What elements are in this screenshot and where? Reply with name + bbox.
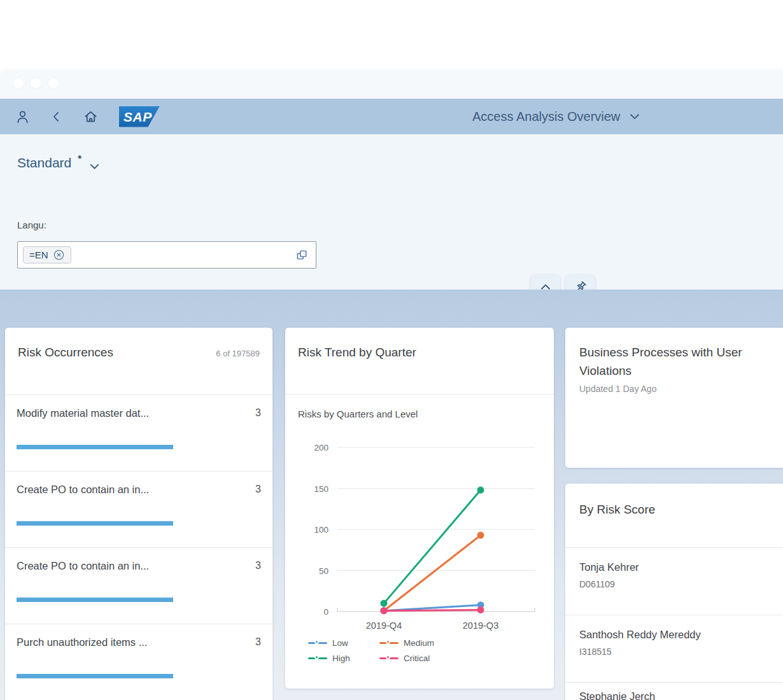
- legend-label: High: [332, 654, 350, 663]
- user-name: Santhosh Reddy Mereddy: [579, 629, 780, 641]
- window-titlebar: [0, 70, 783, 99]
- svg-text:200: 200: [314, 443, 328, 452]
- risk-label: Purch unauthorized items ...: [17, 636, 147, 648]
- list-item[interactable]: Tonja Kehrer D061109: [565, 547, 783, 615]
- legend-item[interactable]: Medium: [379, 638, 434, 648]
- legend-marker-icon: [379, 655, 399, 661]
- card-title: By Risk Score: [579, 500, 655, 519]
- variant-modified-marker: *: [78, 153, 81, 164]
- legend-marker-icon: [308, 640, 327, 646]
- legend-item[interactable]: High: [308, 654, 369, 663]
- risk-value: 3: [255, 560, 261, 571]
- card-count: 6 of 197589: [216, 349, 260, 358]
- legend-label: Medium: [404, 638, 434, 648]
- legend-label: Critical: [404, 654, 430, 663]
- risk-bar: [17, 445, 173, 449]
- user-profile-button[interactable]: [11, 105, 34, 128]
- user-name: Stephanie Jerch: [579, 690, 780, 700]
- home-icon: [83, 109, 98, 124]
- svg-text:0: 0: [323, 607, 328, 617]
- language-filter-label: Langu:: [17, 220, 46, 230]
- legend-item[interactable]: Low: [308, 638, 369, 648]
- window-maximize-dot[interactable]: [48, 78, 59, 88]
- card-title: Risk Trend by Quarter: [298, 343, 416, 361]
- window-close-dot[interactable]: [13, 78, 24, 88]
- chevron-down-icon: [628, 109, 642, 123]
- filter-token-text: =EN: [29, 249, 48, 260]
- list-item[interactable]: Stephanie Jerch: [565, 682, 783, 700]
- card-risk-occurrences: Risk Occurrences 6 of 197589 Modify mate…: [5, 328, 272, 700]
- card-business-processes[interactable]: Business Processes with User Violations …: [565, 328, 783, 468]
- sap-logo[interactable]: SAP: [119, 106, 160, 127]
- filter-token[interactable]: =EN: [23, 246, 71, 263]
- card-updated-label: Updated 1 Day Ago: [565, 380, 783, 394]
- remove-token-icon[interactable]: [53, 249, 65, 261]
- risk-value: 3: [255, 407, 261, 419]
- user-name: Tonja Kehrer: [579, 561, 780, 573]
- back-button[interactable]: [45, 105, 67, 128]
- chart-legend: LowMediumHighCritical: [308, 638, 434, 663]
- risk-label: Create PO to contain an in...: [17, 484, 149, 496]
- home-button[interactable]: [79, 105, 102, 128]
- risk-trend-header[interactable]: Risk Trend by Quarter: [285, 328, 554, 395]
- svg-text:50: 50: [319, 566, 328, 576]
- risk-value: 3: [255, 636, 261, 648]
- legend-marker-icon: [308, 655, 327, 661]
- window-controls: [13, 78, 59, 88]
- risk-value: 3: [255, 484, 261, 495]
- list-item[interactable]: Santhosh Reddy Mereddy I318515: [565, 615, 783, 682]
- risk-bar: [17, 674, 173, 678]
- shell-header: SAP Access Analysis Overview: [0, 99, 783, 134]
- user-id: D061109: [579, 579, 780, 589]
- svg-text:2019-Q3: 2019-Q3: [463, 620, 498, 631]
- sap-logo-text: SAP: [119, 110, 152, 123]
- card-title: Risk Occurrences: [18, 343, 113, 361]
- chart-title: Risks by Quarters and Level: [285, 395, 554, 419]
- window-minimize-dot[interactable]: [31, 78, 41, 88]
- svg-text:150: 150: [314, 484, 328, 494]
- list-item[interactable]: Purch unauthorized items ... 3: [5, 624, 272, 700]
- risk-label: Modify material master dat...: [17, 407, 149, 419]
- by-risk-score-header[interactable]: By Risk Score: [565, 484, 783, 547]
- card-by-risk-score: By Risk Score Tonja Kehrer D061109 Santh…: [565, 484, 783, 700]
- value-help-icon: [295, 249, 308, 262]
- filter-bar: Standard* Langu: =EN: [0, 134, 783, 290]
- person-icon: [15, 109, 30, 124]
- risk-bar: [17, 521, 173, 526]
- language-filter-input[interactable]: =EN: [17, 241, 316, 269]
- app-title: Access Analysis Overview: [472, 109, 620, 124]
- app-title-menu[interactable]: Access Analysis Overview: [472, 99, 642, 134]
- risk-label: Create PO to contain an in...: [17, 560, 149, 572]
- list-item[interactable]: Modify material master dat... 3: [5, 395, 272, 471]
- svg-text:100: 100: [314, 525, 328, 535]
- svg-text:2019-Q4: 2019-Q4: [366, 620, 402, 631]
- line-chart: 2001501005002019-Q42019-Q3: [285, 435, 554, 633]
- risk-bar: [17, 598, 173, 602]
- list-item[interactable]: Create PO to contain an in... 3: [5, 547, 272, 624]
- legend-label: Low: [332, 638, 348, 648]
- card-title: Business Processes with User Violations: [565, 328, 756, 380]
- legend-item[interactable]: Critical: [379, 654, 434, 663]
- user-id: I318515: [579, 647, 780, 657]
- variant-selector[interactable]: Standard*: [17, 155, 101, 173]
- value-help-button[interactable]: [295, 249, 308, 262]
- chevron-left-icon: [50, 110, 63, 123]
- list-item[interactable]: Create PO to contain an in... 3: [5, 471, 272, 547]
- risk-occurrences-header[interactable]: Risk Occurrences 6 of 197589: [5, 328, 272, 395]
- variant-name: Standard: [17, 155, 71, 171]
- chevron-down-icon: [88, 160, 101, 173]
- legend-marker-icon: [379, 640, 399, 646]
- card-risk-trend: Risk Trend by Quarter Risks by Quarters …: [285, 328, 554, 689]
